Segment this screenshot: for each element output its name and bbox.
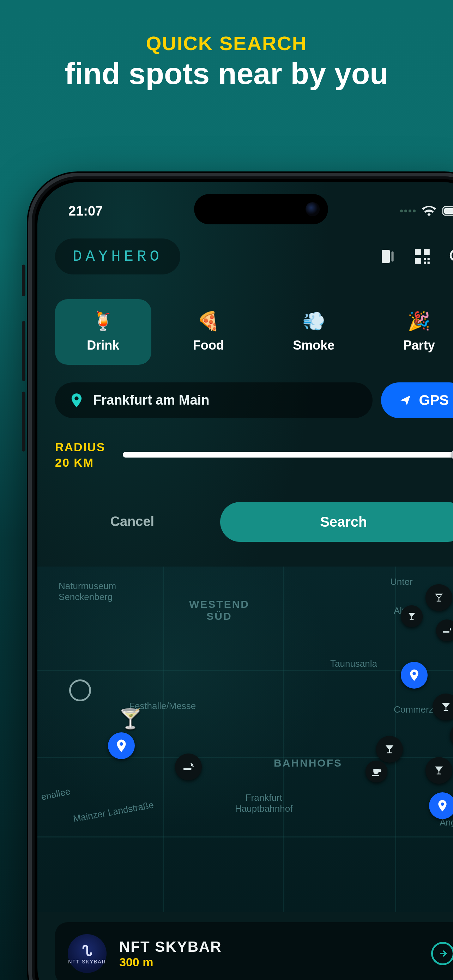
svg-rect-10 xyxy=(424,262,426,264)
result-title: NFT SKYBAR xyxy=(119,939,418,955)
navigate-icon xyxy=(399,395,412,406)
dynamic-island xyxy=(194,194,328,224)
map-label: WESTEND SÜD xyxy=(189,598,250,622)
map-label: enallee xyxy=(40,786,71,803)
gps-button[interactable]: GPS xyxy=(381,382,453,418)
radius-slider[interactable] xyxy=(123,452,453,458)
map-marker-drink[interactable]: 🍸 xyxy=(119,708,142,730)
map-pin-blue[interactable] xyxy=(429,792,453,819)
search-button[interactable]: Search xyxy=(220,502,453,542)
map-label: Naturmuseum Senckenberg xyxy=(59,581,116,603)
map-label: Commerz xyxy=(394,704,434,715)
wifi-icon xyxy=(422,206,436,216)
result-logo: ᔐ NFT SKYBAR xyxy=(68,934,106,973)
map-pin-drink[interactable] xyxy=(426,584,452,611)
result-distance: 300 m xyxy=(119,955,418,969)
category-drink[interactable]: 🍹 Drink xyxy=(55,299,151,365)
drink-icon: 🍹 xyxy=(92,312,114,330)
app-logo[interactable]: DAYHERO xyxy=(55,239,180,274)
result-card[interactable]: ᔐ NFT SKYBAR NFT SKYBAR 300 m xyxy=(55,922,453,980)
location-ring-icon xyxy=(69,679,91,701)
map-pin-blue[interactable] xyxy=(401,662,428,689)
map-pin-drink[interactable] xyxy=(401,605,423,627)
svg-rect-3 xyxy=(382,250,390,263)
map-view[interactable]: Naturmuseum Senckenberg WESTEND SÜD Unte… xyxy=(37,566,453,912)
map-label: Frankfurt Hauptbahnhof xyxy=(235,792,292,814)
smoke-icon: 💨 xyxy=(302,312,325,330)
category-label: Drink xyxy=(87,338,119,353)
map-pin-drink[interactable] xyxy=(376,736,403,763)
map-pin-user[interactable] xyxy=(108,732,135,759)
svg-rect-15 xyxy=(443,632,450,633)
category-label: Party xyxy=(403,338,435,353)
category-row: 🍹 Drink 🍕 Food 💨 Smoke 🎉 Party xyxy=(37,274,453,365)
svg-rect-14 xyxy=(183,768,191,770)
radius-value: 20 KM xyxy=(55,455,105,470)
go-button[interactable] xyxy=(431,942,453,965)
map-pin-drink[interactable] xyxy=(450,722,453,749)
qr-icon[interactable] xyxy=(412,246,432,267)
search-icon[interactable] xyxy=(447,246,453,267)
status-time: 21:07 xyxy=(68,204,103,219)
map-pin-coffee[interactable] xyxy=(366,760,387,783)
category-label: Food xyxy=(193,338,224,353)
svg-rect-5 xyxy=(415,249,421,255)
battery-icon xyxy=(442,206,453,216)
map-pin-drink[interactable] xyxy=(426,757,452,784)
cards-icon[interactable] xyxy=(377,246,398,267)
category-smoke[interactable]: 💨 Smoke xyxy=(265,299,362,365)
pin-icon xyxy=(71,393,83,407)
location-input[interactable]: Frankfurt am Main xyxy=(55,382,373,418)
map-label: Taunusanla xyxy=(330,658,377,669)
svg-rect-11 xyxy=(428,262,430,264)
svg-rect-6 xyxy=(424,249,430,255)
svg-rect-4 xyxy=(391,251,393,261)
promo-title: find spots near by you xyxy=(0,57,453,89)
map-pin-smoke[interactable] xyxy=(436,619,453,641)
category-label: Smoke xyxy=(293,338,334,353)
promo-eyebrow: QUICK SEARCH xyxy=(0,32,453,55)
party-icon: 🎉 xyxy=(407,312,431,330)
food-icon: 🍕 xyxy=(197,312,220,330)
map-pin-smoke[interactable] xyxy=(175,754,202,780)
map-pin-drink[interactable] xyxy=(432,694,453,721)
category-food[interactable]: 🍕 Food xyxy=(161,299,257,365)
svg-rect-1 xyxy=(444,208,453,214)
cellular-icon xyxy=(400,210,416,212)
cancel-button[interactable]: Cancel xyxy=(55,502,210,542)
svg-rect-9 xyxy=(428,258,430,260)
svg-rect-7 xyxy=(415,258,421,264)
svg-rect-8 xyxy=(424,258,426,260)
category-party[interactable]: 🎉 Party xyxy=(371,299,453,365)
slider-thumb[interactable] xyxy=(451,446,453,463)
gps-label: GPS xyxy=(419,392,449,408)
map-label: BAHNHOFS xyxy=(274,757,342,769)
radius-label: RADIUS xyxy=(55,439,105,455)
location-text: Frankfurt am Main xyxy=(93,393,209,408)
svg-point-12 xyxy=(451,250,453,260)
map-label: Unter xyxy=(390,576,413,587)
map-label: Mainzer Landstraße xyxy=(72,800,154,825)
